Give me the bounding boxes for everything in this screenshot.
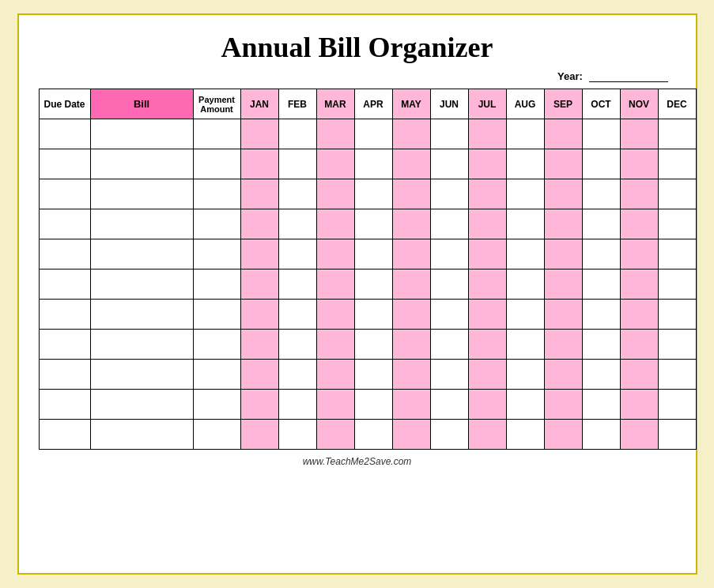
cell-month-4[interactable] bbox=[392, 360, 430, 390]
cell-month-9[interactable] bbox=[582, 300, 620, 330]
cell-month-5[interactable] bbox=[430, 270, 468, 300]
cell-month-8[interactable] bbox=[544, 149, 582, 179]
cell-month-0[interactable] bbox=[240, 330, 278, 360]
cell-month-0[interactable] bbox=[240, 420, 278, 450]
cell-bill[interactable] bbox=[90, 149, 193, 179]
cell-month-5[interactable] bbox=[430, 209, 468, 239]
cell-month-8[interactable] bbox=[544, 390, 582, 420]
cell-month-8[interactable] bbox=[544, 179, 582, 209]
cell-month-1[interactable] bbox=[278, 149, 316, 179]
cell-month-11[interactable] bbox=[658, 300, 696, 330]
cell-month-5[interactable] bbox=[430, 420, 468, 450]
cell-month-3[interactable] bbox=[354, 209, 392, 239]
cell-month-10[interactable] bbox=[620, 390, 658, 420]
cell-month-10[interactable] bbox=[620, 119, 658, 149]
cell-payment-amount[interactable] bbox=[193, 270, 240, 300]
cell-month-0[interactable] bbox=[240, 360, 278, 390]
cell-month-0[interactable] bbox=[240, 390, 278, 420]
cell-month-7[interactable] bbox=[506, 239, 544, 270]
cell-payment-amount[interactable] bbox=[193, 179, 240, 209]
cell-month-8[interactable] bbox=[544, 239, 582, 270]
cell-month-1[interactable] bbox=[278, 239, 316, 270]
cell-month-10[interactable] bbox=[620, 300, 658, 330]
cell-month-11[interactable] bbox=[658, 149, 696, 179]
cell-month-7[interactable] bbox=[506, 300, 544, 330]
cell-due-date[interactable] bbox=[39, 420, 90, 450]
cell-month-8[interactable] bbox=[544, 270, 582, 300]
cell-month-4[interactable] bbox=[392, 239, 430, 270]
cell-payment-amount[interactable] bbox=[193, 239, 240, 270]
cell-month-4[interactable] bbox=[392, 270, 430, 300]
cell-month-4[interactable] bbox=[392, 390, 430, 420]
cell-month-11[interactable] bbox=[658, 420, 696, 450]
cell-due-date[interactable] bbox=[39, 179, 90, 209]
cell-month-6[interactable] bbox=[468, 420, 506, 450]
cell-month-11[interactable] bbox=[658, 179, 696, 209]
cell-month-10[interactable] bbox=[620, 330, 658, 360]
cell-month-2[interactable] bbox=[316, 390, 354, 420]
cell-month-1[interactable] bbox=[278, 330, 316, 360]
cell-month-9[interactable] bbox=[582, 179, 620, 209]
cell-month-0[interactable] bbox=[240, 209, 278, 239]
cell-month-0[interactable] bbox=[240, 179, 278, 209]
cell-due-date[interactable] bbox=[39, 300, 90, 330]
cell-bill[interactable] bbox=[90, 360, 193, 390]
cell-month-3[interactable] bbox=[354, 300, 392, 330]
cell-bill[interactable] bbox=[90, 239, 193, 270]
cell-month-6[interactable] bbox=[468, 300, 506, 330]
cell-month-7[interactable] bbox=[506, 390, 544, 420]
cell-month-9[interactable] bbox=[582, 360, 620, 390]
cell-month-2[interactable] bbox=[316, 119, 354, 149]
cell-month-6[interactable] bbox=[468, 390, 506, 420]
cell-month-1[interactable] bbox=[278, 119, 316, 149]
cell-month-7[interactable] bbox=[506, 179, 544, 209]
cell-month-4[interactable] bbox=[392, 209, 430, 239]
cell-month-1[interactable] bbox=[278, 179, 316, 209]
cell-bill[interactable] bbox=[90, 330, 193, 360]
cell-due-date[interactable] bbox=[39, 149, 90, 179]
cell-month-0[interactable] bbox=[240, 300, 278, 330]
cell-month-11[interactable] bbox=[658, 270, 696, 300]
cell-month-11[interactable] bbox=[658, 390, 696, 420]
cell-month-1[interactable] bbox=[278, 300, 316, 330]
cell-month-3[interactable] bbox=[354, 360, 392, 390]
cell-month-2[interactable] bbox=[316, 179, 354, 209]
cell-month-6[interactable] bbox=[468, 119, 506, 149]
cell-month-7[interactable] bbox=[506, 209, 544, 239]
cell-bill[interactable] bbox=[90, 119, 193, 149]
cell-due-date[interactable] bbox=[39, 239, 90, 270]
cell-month-7[interactable] bbox=[506, 149, 544, 179]
cell-month-9[interactable] bbox=[582, 149, 620, 179]
cell-bill[interactable] bbox=[90, 270, 193, 300]
cell-month-7[interactable] bbox=[506, 360, 544, 390]
cell-month-3[interactable] bbox=[354, 330, 392, 360]
cell-due-date[interactable] bbox=[39, 119, 90, 149]
cell-month-2[interactable] bbox=[316, 270, 354, 300]
cell-month-1[interactable] bbox=[278, 390, 316, 420]
cell-payment-amount[interactable] bbox=[193, 149, 240, 179]
cell-month-10[interactable] bbox=[620, 239, 658, 270]
cell-month-5[interactable] bbox=[430, 330, 468, 360]
cell-month-5[interactable] bbox=[430, 390, 468, 420]
cell-payment-amount[interactable] bbox=[193, 360, 240, 390]
cell-month-6[interactable] bbox=[468, 209, 506, 239]
cell-month-8[interactable] bbox=[544, 119, 582, 149]
cell-month-10[interactable] bbox=[620, 270, 658, 300]
cell-month-10[interactable] bbox=[620, 149, 658, 179]
cell-payment-amount[interactable] bbox=[193, 119, 240, 149]
cell-month-6[interactable] bbox=[468, 360, 506, 390]
cell-month-11[interactable] bbox=[658, 239, 696, 270]
cell-month-8[interactable] bbox=[544, 420, 582, 450]
cell-month-10[interactable] bbox=[620, 209, 658, 239]
cell-month-3[interactable] bbox=[354, 390, 392, 420]
cell-month-7[interactable] bbox=[506, 119, 544, 149]
cell-month-2[interactable] bbox=[316, 420, 354, 450]
cell-month-2[interactable] bbox=[316, 239, 354, 270]
cell-month-7[interactable] bbox=[506, 420, 544, 450]
cell-payment-amount[interactable] bbox=[193, 300, 240, 330]
cell-payment-amount[interactable] bbox=[193, 390, 240, 420]
cell-month-9[interactable] bbox=[582, 239, 620, 270]
cell-month-9[interactable] bbox=[582, 119, 620, 149]
cell-month-9[interactable] bbox=[582, 420, 620, 450]
cell-month-0[interactable] bbox=[240, 239, 278, 270]
